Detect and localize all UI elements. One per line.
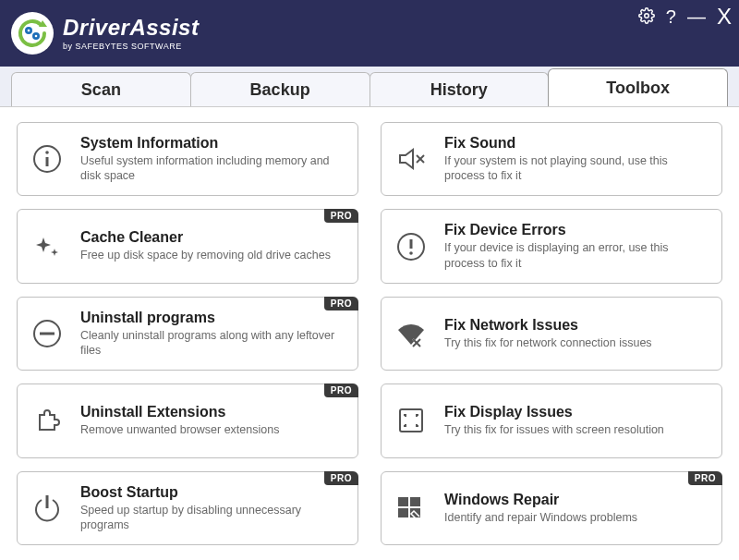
pro-badge: PRO bbox=[324, 209, 358, 223]
tool-fix-display-issues[interactable]: Fix Display Issues Try this fix for issu… bbox=[381, 383, 722, 457]
tool-title: Cache Cleaner bbox=[80, 229, 345, 246]
close-button[interactable]: X bbox=[717, 6, 732, 28]
display-icon bbox=[393, 402, 430, 439]
brand-name: DriverAssist bbox=[63, 17, 199, 39]
pro-badge: PRO bbox=[324, 383, 358, 397]
wifi-x-icon bbox=[393, 315, 430, 352]
tab-history[interactable]: History bbox=[370, 72, 550, 106]
tool-title: Uninstall Extensions bbox=[80, 404, 345, 420]
settings-icon[interactable] bbox=[638, 7, 655, 27]
svg-point-6 bbox=[45, 151, 49, 154]
tab-scan[interactable]: Scan bbox=[11, 72, 191, 106]
tool-desc: If your device is displaying an error, u… bbox=[444, 240, 709, 271]
puzzle-icon bbox=[29, 402, 66, 439]
tool-title: Fix Device Errors bbox=[444, 222, 709, 238]
svg-point-3 bbox=[35, 35, 38, 38]
tool-desc: Remove unwanted browser extensions bbox=[80, 422, 345, 437]
brand-logo: DriverAssist by SAFEBYTES SOFTWARE bbox=[11, 12, 199, 55]
tool-desc: If your system is not playing sound, use… bbox=[444, 153, 709, 184]
tool-boost-startup[interactable]: PRO Boost Startup Speed up startup by di… bbox=[17, 471, 358, 545]
minimize-button[interactable]: — bbox=[687, 7, 706, 26]
tool-desc: Identify and repair Windows problems bbox=[444, 510, 709, 525]
tool-cache-cleaner[interactable]: PRO Cache Cleaner Free up disk space by … bbox=[17, 209, 358, 283]
tool-uninstall-extensions[interactable]: PRO Uninstall Extensions Remove unwanted… bbox=[17, 383, 358, 457]
tool-fix-network-issues[interactable]: Fix Network Issues Try this fix for netw… bbox=[381, 297, 722, 371]
svg-point-2 bbox=[28, 30, 30, 32]
svg-rect-21 bbox=[398, 497, 408, 506]
tool-desc: Try this fix for network connection issu… bbox=[444, 335, 709, 350]
windows-repair-icon bbox=[393, 490, 430, 527]
tool-desc: Try this fix for issues with screen reso… bbox=[444, 422, 709, 437]
tool-uninstall-programs[interactable]: PRO Uninstall programs Cleanly uninstall… bbox=[17, 297, 358, 371]
info-icon bbox=[29, 140, 66, 177]
power-icon bbox=[29, 490, 66, 527]
window-controls: ? — X bbox=[638, 6, 732, 28]
tool-fix-sound[interactable]: Fix Sound If your system is not playing … bbox=[381, 122, 722, 196]
tool-windows-repair[interactable]: PRO Windows Repair Identify and repair W… bbox=[381, 471, 722, 545]
svg-point-12 bbox=[409, 251, 413, 255]
sparkle-icon bbox=[29, 228, 66, 265]
tool-desc: Cleanly uninstall programs along with an… bbox=[80, 328, 345, 359]
help-icon[interactable]: ? bbox=[666, 7, 676, 26]
svg-rect-22 bbox=[410, 497, 420, 506]
pro-badge: PRO bbox=[324, 471, 358, 485]
svg-rect-19 bbox=[400, 409, 422, 432]
brand-subtitle: by SAFEBYTES SOFTWARE bbox=[63, 43, 199, 51]
tool-title: Fix Network Issues bbox=[444, 317, 709, 334]
tool-title: Boost Startup bbox=[80, 484, 345, 501]
tool-title: Uninstall programs bbox=[80, 310, 345, 326]
svg-point-4 bbox=[645, 13, 649, 18]
tool-title: Fix Sound bbox=[444, 135, 709, 152]
tool-title: System Information bbox=[80, 135, 345, 152]
tool-desc: Free up disk space by removing old drive… bbox=[80, 248, 345, 262]
minus-circle-icon bbox=[29, 315, 66, 352]
tool-title: Windows Repair bbox=[444, 492, 709, 508]
toolbox-grid: System Information Useful system informa… bbox=[0, 107, 739, 560]
tab-bar: Scan Backup History Toolbox bbox=[0, 67, 739, 107]
sound-x-icon bbox=[393, 140, 430, 177]
tool-desc: Useful system information including memo… bbox=[80, 153, 345, 184]
tool-desc: Speed up startup by disabling unnecessar… bbox=[80, 503, 345, 533]
pro-badge: PRO bbox=[324, 297, 358, 310]
tool-fix-device-errors[interactable]: Fix Device Errors If your device is disp… bbox=[381, 209, 722, 283]
titlebar: DriverAssist by SAFEBYTES SOFTWARE ? — X bbox=[0, 0, 739, 67]
tool-title: Fix Display Issues bbox=[444, 404, 709, 420]
tab-toolbox[interactable]: Toolbox bbox=[548, 68, 728, 106]
logo-icon bbox=[11, 12, 54, 55]
pro-badge: PRO bbox=[688, 471, 722, 485]
tool-system-information[interactable]: System Information Useful system informa… bbox=[17, 122, 358, 196]
svg-rect-23 bbox=[398, 508, 408, 517]
alert-icon bbox=[393, 228, 430, 265]
tab-backup[interactable]: Backup bbox=[190, 72, 370, 106]
